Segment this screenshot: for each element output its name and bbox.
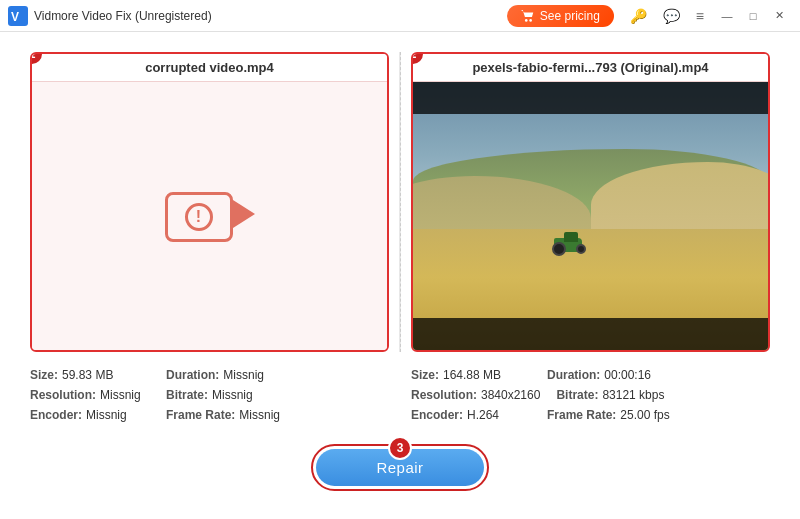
right-size-group: Size: 164.88 MB (411, 368, 531, 382)
window-controls: — □ ✕ (714, 3, 792, 29)
left-res-label: Resolution: (30, 388, 96, 402)
app-title: Vidmore Video Fix (Unregistered) (34, 9, 507, 23)
left-framerate-label: Frame Rate: (166, 408, 235, 422)
left-bitrate-value: Missnig (212, 388, 253, 402)
camera-body: ! (165, 192, 233, 242)
main-content: 1 corrupted video.mp4 ! (0, 32, 800, 519)
left-framerate-value: Missnig (239, 408, 280, 422)
left-video-panel[interactable]: 1 corrupted video.mp4 ! (30, 52, 389, 352)
key-icon[interactable]: 🔑 (626, 6, 651, 26)
left-duration-label: Duration: (166, 368, 219, 382)
left-bitrate-group: Bitrate: Missnig (166, 388, 286, 402)
right-res-group: Resolution: 3840x2160 (411, 388, 540, 402)
right-size-value: 164.88 MB (443, 368, 501, 382)
video-thumbnail (413, 82, 768, 350)
right-info-row-3: Encoder: H.264 Frame Rate: 25.00 fps (411, 408, 770, 422)
thumbnail-landscape (413, 82, 768, 350)
right-info-block: Size: 164.88 MB Duration: 00:00:16 Resol… (411, 368, 770, 428)
right-duration-label: Duration: (547, 368, 600, 382)
menu-icon[interactable]: ≡ (692, 6, 708, 26)
right-framerate-label: Frame Rate: (547, 408, 616, 422)
info-divider (389, 368, 411, 428)
right-duration-group: Duration: 00:00:16 (547, 368, 667, 382)
panel-divider (399, 52, 401, 352)
badge-3: 3 (388, 436, 412, 460)
title-bar: V Vidmore Video Fix (Unregistered) See p… (0, 0, 800, 32)
right-bitrate-label: Bitrate: (556, 388, 598, 402)
left-duration-value: Missnig (223, 368, 264, 382)
right-encoder-value: H.264 (467, 408, 499, 422)
pricing-button[interactable]: See pricing (507, 5, 614, 27)
left-panel-title: corrupted video.mp4 (32, 54, 387, 82)
left-info-row-2: Resolution: Missnig Bitrate: Missnig (30, 388, 389, 402)
right-bitrate-group: Bitrate: 83121 kbps (556, 388, 676, 402)
tractor (548, 234, 588, 256)
camera-container: ! (165, 184, 255, 249)
left-bitrate-label: Bitrate: (166, 388, 208, 402)
left-panel-wrapper: 1 corrupted video.mp4 ! (30, 52, 389, 352)
left-encoder-value: Missnig (86, 408, 127, 422)
right-panel-title: pexels-fabio-fermi...793 (Original).mp4 (413, 54, 768, 82)
svg-point-3 (529, 19, 532, 22)
title-actions: 🔑 💬 ≡ (626, 6, 708, 26)
info-section: Size: 59.83 MB Duration: Missnig Resolut… (30, 352, 770, 428)
left-encoder-label: Encoder: (30, 408, 82, 422)
right-panel-content (413, 82, 768, 350)
warning-icon: ! (185, 203, 213, 231)
left-info-row-3: Encoder: Missnig Frame Rate: Missnig (30, 408, 389, 422)
minimize-button[interactable]: — (714, 3, 740, 29)
right-framerate-value: 25.00 fps (620, 408, 669, 422)
thumb-bar-top (413, 82, 768, 114)
right-info-row-1: Size: 164.88 MB Duration: 00:00:16 (411, 368, 770, 382)
left-res-group: Resolution: Missnig (30, 388, 150, 402)
tractor-wheel-front (576, 244, 586, 254)
right-encoder-label: Encoder: (411, 408, 463, 422)
right-duration-value: 00:00:16 (604, 368, 651, 382)
left-size-label: Size: (30, 368, 58, 382)
svg-point-2 (525, 19, 528, 22)
cart-icon (521, 9, 535, 23)
maximize-button[interactable]: □ (740, 3, 766, 29)
right-size-label: Size: (411, 368, 439, 382)
left-encoder-group: Encoder: Missnig (30, 408, 150, 422)
left-info-block: Size: 59.83 MB Duration: Missnig Resolut… (30, 368, 389, 428)
svg-text:V: V (11, 10, 19, 24)
broken-video-icon: ! (165, 184, 255, 249)
right-info-row-2: Resolution: 3840x2160 Bitrate: 83121 kbp… (411, 388, 770, 402)
chat-icon[interactable]: 💬 (659, 6, 684, 26)
tractor-wheel-back (552, 242, 566, 256)
thumb-bar-bottom (413, 318, 768, 350)
right-encoder-group: Encoder: H.264 (411, 408, 531, 422)
right-framerate-group: Frame Rate: 25.00 fps (547, 408, 670, 422)
right-panel-wrapper: 2 pexels-fabio-fermi...793 (Original).mp… (411, 52, 770, 352)
left-res-value: Missnig (100, 388, 141, 402)
right-res-value: 3840x2160 (481, 388, 540, 402)
panels-row: 1 corrupted video.mp4 ! (30, 52, 770, 352)
right-res-label: Resolution: (411, 388, 477, 402)
left-panel-content: ! (32, 82, 387, 350)
pricing-label: See pricing (540, 9, 600, 23)
right-video-panel[interactable]: 2 pexels-fabio-fermi...793 (Original).mp… (411, 52, 770, 352)
tractor-cab (564, 232, 578, 242)
left-duration-group: Duration: Missnig (166, 368, 286, 382)
left-info-row-1: Size: 59.83 MB Duration: Missnig (30, 368, 389, 382)
app-icon: V (8, 6, 28, 26)
right-bitrate-value: 83121 kbps (602, 388, 664, 402)
left-framerate-group: Frame Rate: Missnig (166, 408, 286, 422)
button-area: 3 Repair (30, 428, 770, 499)
left-size-group: Size: 59.83 MB (30, 368, 150, 382)
left-size-value: 59.83 MB (62, 368, 113, 382)
close-button[interactable]: ✕ (766, 3, 792, 29)
camera-viewfinder (233, 200, 255, 228)
repair-btn-wrapper: 3 Repair (311, 444, 488, 491)
